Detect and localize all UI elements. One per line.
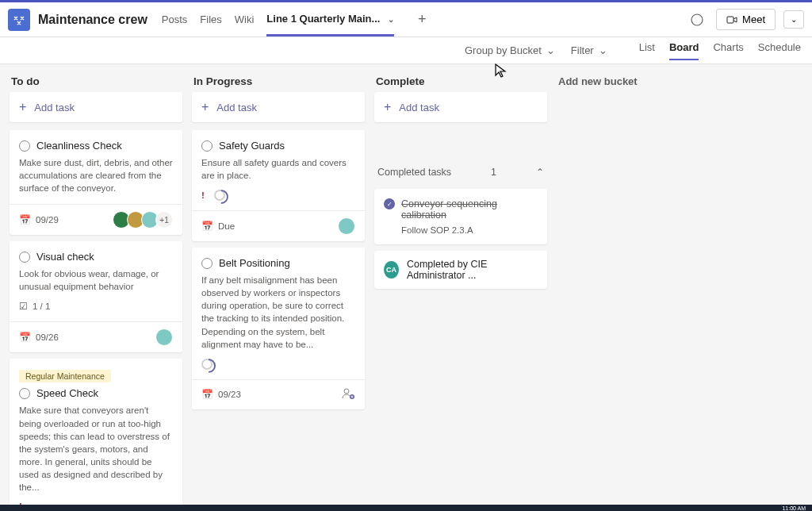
task-tag: Regular Maintenance bbox=[19, 370, 111, 382]
completed-task-desc: Follow SOP 2.3.A bbox=[401, 225, 538, 235]
progress-icon bbox=[201, 359, 213, 370]
calendar-icon: 📅 bbox=[201, 389, 213, 400]
priority-high-icon: ! bbox=[201, 190, 205, 200]
tab-posts[interactable]: Posts bbox=[162, 4, 188, 35]
plus-icon: + bbox=[201, 100, 209, 114]
app-header: Maintenance crew Posts Files Wiki Line 1… bbox=[0, 2, 812, 37]
task-date: 09/23 bbox=[218, 390, 241, 399]
completed-count: 1 bbox=[491, 167, 496, 178]
chevron-up-icon: ⌃ bbox=[536, 167, 544, 178]
add-task-button[interactable]: + Add task bbox=[374, 92, 547, 122]
plus-icon: + bbox=[384, 100, 391, 114]
task-checkbox[interactable] bbox=[201, 140, 213, 152]
group-by-dropdown[interactable]: Group by Bucket ⌄ bbox=[465, 44, 555, 56]
task-desc: Make sure dust, dirt, debris, and other … bbox=[19, 156, 173, 194]
column-header[interactable]: To do bbox=[10, 72, 182, 92]
chevron-down-icon: ⌄ bbox=[599, 44, 607, 56]
task-title: Speed Check bbox=[36, 387, 98, 399]
completed-by-text: Completed by CIE Administrator ... bbox=[407, 259, 538, 281]
add-task-label: Add task bbox=[399, 102, 439, 113]
task-checkbox[interactable] bbox=[201, 258, 213, 269]
svg-point-0 bbox=[691, 14, 703, 25]
kanban-board: To do + Add task Cleanliness Check Make … bbox=[0, 64, 812, 511]
task-card[interactable]: Cleanliness Check Make sure dust, dirt, … bbox=[10, 130, 182, 235]
tab-planner[interactable]: Line 1 Quarterly Main... ⌄ bbox=[266, 3, 394, 36]
view-board[interactable]: Board bbox=[669, 41, 699, 60]
task-card[interactable]: Safety Guards Ensure all safety guards a… bbox=[192, 130, 365, 241]
column-todo: To do + Add task Cleanliness Check Make … bbox=[10, 72, 182, 503]
add-tab-button[interactable]: + bbox=[418, 11, 427, 28]
task-card[interactable]: Visual check Look for obvious wear, dama… bbox=[10, 241, 182, 352]
calendar-icon: 📅 bbox=[201, 221, 213, 232]
task-desc: Ensure all safety guards and covers are … bbox=[201, 156, 355, 182]
task-date: 09/29 bbox=[36, 215, 59, 225]
column-in-progress: In Progress + Add task Safety Guards Ens… bbox=[192, 72, 365, 503]
plus-icon: + bbox=[19, 100, 26, 114]
column-add-bucket: Add new bucket bbox=[557, 72, 730, 503]
svg-point-2 bbox=[344, 389, 349, 394]
column-complete: Complete + Add task Completed tasks 1 ⌃ … bbox=[374, 72, 547, 503]
task-title: Visual check bbox=[36, 251, 94, 263]
chevron-down-icon: ⌄ bbox=[546, 44, 555, 56]
task-assignees[interactable] bbox=[341, 217, 355, 235]
add-task-label: Add task bbox=[216, 102, 257, 113]
board-toolbar: Group by Bucket ⌄ Filter ⌄ List Board Ch… bbox=[0, 37, 812, 64]
group-by-label: Group by Bucket bbox=[465, 44, 542, 56]
task-checkbox[interactable] bbox=[19, 140, 30, 152]
column-header[interactable]: Complete bbox=[374, 72, 547, 92]
task-title: Cleanliness Check bbox=[36, 140, 122, 152]
nav-tabs: Posts Files Wiki Line 1 Quarterly Main..… bbox=[162, 3, 427, 36]
add-task-button[interactable]: + Add task bbox=[10, 92, 182, 122]
taskbar-clock: 11:00 AM bbox=[782, 505, 806, 511]
app-logo-icon bbox=[8, 9, 30, 31]
tab-files[interactable]: Files bbox=[200, 4, 221, 35]
task-title: Safety Guards bbox=[219, 140, 285, 152]
chevron-down-icon[interactable]: ⌄ bbox=[388, 15, 394, 24]
team-name: Maintenance crew bbox=[38, 13, 147, 27]
avatar bbox=[338, 217, 355, 235]
tab-planner-label: Line 1 Quarterly Main... bbox=[266, 13, 380, 25]
chat-icon[interactable] bbox=[686, 9, 708, 31]
completed-label: Completed tasks bbox=[377, 167, 451, 178]
view-charts[interactable]: Charts bbox=[713, 41, 743, 60]
task-assignees[interactable] bbox=[159, 328, 173, 346]
filter-label: Filter bbox=[571, 44, 594, 56]
avatar-more: +1 bbox=[155, 211, 173, 229]
calendar-icon: 📅 bbox=[19, 214, 31, 225]
add-task-label: Add task bbox=[34, 102, 75, 113]
completed-task-title: Conveyor sequencing calibration bbox=[401, 198, 538, 221]
windows-taskbar[interactable]: 11:00 AM bbox=[0, 505, 812, 511]
completed-task-card[interactable]: ✓ Conveyor sequencing calibration Follow… bbox=[374, 189, 547, 244]
meet-label: Meet bbox=[742, 13, 765, 25]
view-list[interactable]: List bbox=[639, 41, 655, 60]
task-checkbox[interactable] bbox=[19, 252, 30, 263]
task-date: 09/26 bbox=[36, 332, 59, 342]
tab-wiki[interactable]: Wiki bbox=[235, 4, 255, 35]
task-title: Belt Positioning bbox=[219, 257, 290, 269]
filter-dropdown[interactable]: Filter ⌄ bbox=[571, 44, 607, 56]
completed-check-icon[interactable]: ✓ bbox=[384, 198, 395, 209]
task-desc: Make sure that conveyors aren't being ov… bbox=[19, 404, 173, 494]
completed-by-row[interactable]: CA Completed by CIE Administrator ... bbox=[374, 251, 547, 289]
meet-button[interactable]: Meet bbox=[716, 9, 776, 30]
calendar-icon: 📅 bbox=[19, 332, 31, 343]
completed-by-avatar: CA bbox=[384, 261, 399, 279]
task-due: Due bbox=[218, 221, 235, 231]
checklist-icon: ☑ bbox=[19, 301, 28, 312]
progress-icon bbox=[214, 190, 225, 201]
task-checkbox[interactable] bbox=[19, 388, 30, 399]
add-task-button[interactable]: + Add task bbox=[192, 92, 365, 122]
task-assignees[interactable]: +1 bbox=[116, 211, 173, 229]
task-card[interactable]: Belt Positioning If any belt misalignmen… bbox=[192, 248, 365, 409]
task-desc: Look for obvious wear, damage, or unusua… bbox=[19, 267, 173, 293]
video-icon bbox=[726, 14, 737, 25]
assign-icon[interactable] bbox=[341, 386, 355, 403]
task-desc: If any belt misalignment has been observ… bbox=[201, 274, 355, 351]
completed-toggle[interactable]: Completed tasks 1 ⌃ bbox=[374, 162, 547, 182]
task-card[interactable]: Regular Maintenance Speed Check Make sur… bbox=[10, 359, 182, 511]
meet-dropdown[interactable]: ⌄ bbox=[783, 10, 804, 29]
column-header[interactable]: In Progress bbox=[192, 72, 365, 92]
view-schedule[interactable]: Schedule bbox=[758, 41, 801, 60]
avatar bbox=[155, 328, 173, 346]
add-bucket-button[interactable]: Add new bucket bbox=[557, 72, 730, 90]
